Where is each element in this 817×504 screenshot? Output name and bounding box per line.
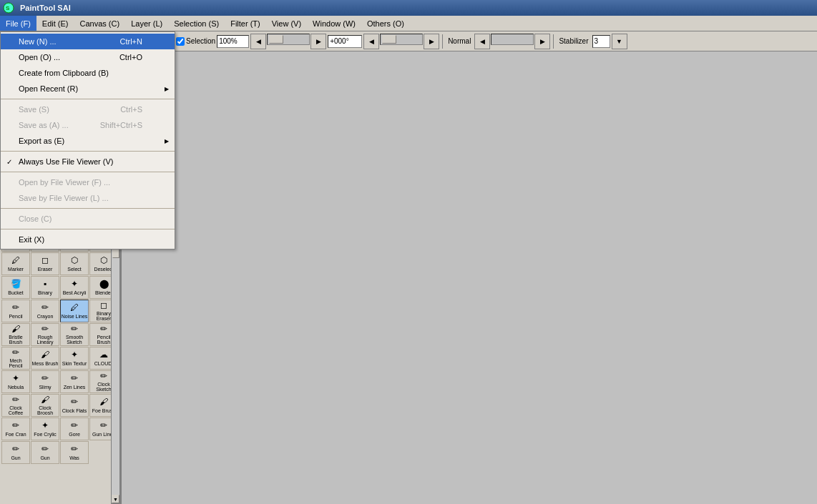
menu-layer[interactable]: Layer (L) (125, 16, 168, 31)
tool-item-clock-coffee[interactable]: ✏Clock Coffee (1, 394, 30, 417)
rot-slider-left[interactable]: ◀ (363, 34, 379, 49)
tool-item-skin-texture[interactable]: ✦Skin Textur (60, 347, 89, 370)
tool-item-was[interactable]: ✏Was (60, 441, 89, 464)
menu-view[interactable]: View (V) (266, 16, 307, 31)
zoom-input[interactable] (217, 35, 249, 48)
tool-item-rough-lineary[interactable]: ✏Rough Lineary (31, 323, 59, 346)
menu-others[interactable]: Others (O) (361, 16, 410, 31)
menu-filter[interactable]: Filter (T) (225, 16, 266, 31)
tool-item-best-acrylic[interactable]: ✦Best Acryli (60, 276, 89, 299)
tool-item-smooth-sketch[interactable]: ✏Smooth Sketch (60, 323, 89, 346)
tool-item-binary[interactable]: ▪Binary (31, 276, 59, 299)
always-use-check: ✓ (6, 158, 12, 166)
tool-icon-clock-broosh: 🖌 (41, 395, 49, 405)
stabilizer-dropdown[interactable]: ▼ (612, 34, 627, 49)
save-as-shortcut: Shift+Ctrl+S (100, 121, 157, 129)
selection-checkbox[interactable] (176, 37, 185, 46)
menu-window[interactable]: Window (W) (307, 16, 361, 31)
save-shortcut: Ctrl+S (120, 105, 157, 114)
tool-item-nebula[interactable]: ✦Nebula (1, 370, 30, 393)
stabilizer-input[interactable] (592, 35, 610, 48)
tool-item-binary-eraser[interactable]: ◻Binary Eraser (89, 300, 111, 322)
tool-label-blender: Blender (95, 290, 111, 295)
tool-icon-clock-sketch: ✏ (100, 372, 107, 381)
export-label: Export as (E) (19, 137, 64, 145)
tool-item-mech-pencil[interactable]: ✏Mech Pencil (1, 347, 30, 370)
menu-selection[interactable]: Selection (S) (168, 16, 225, 31)
menu-canvas[interactable]: Canvas (C) (74, 16, 126, 31)
menu-export[interactable]: Export as (E) (1, 133, 175, 149)
menu-file[interactable]: File (F) (0, 16, 36, 31)
tool-item-clock-flats[interactable]: ✏Clock Flats (60, 394, 89, 417)
tool-item-marker[interactable]: 🖊Marker (1, 252, 30, 275)
tool-item-clock-sketch[interactable]: ✏Clock Sketch (89, 370, 111, 393)
tool-item-gore[interactable]: ✏Gore (60, 417, 89, 440)
tool-item-zen-lines[interactable]: ✏Zen Lines (60, 370, 89, 393)
tool-label-skin-texture: Skin Textur (62, 361, 87, 366)
menu-save-as: Save as (A) ... Shift+Ctrl+S (1, 117, 175, 133)
rotation-input[interactable] (328, 35, 362, 48)
menu-edit[interactable]: Edit (E) (36, 16, 74, 31)
tool-item-clock-broosh[interactable]: 🖌Clock Broosh (31, 394, 59, 417)
tool-item-gun2[interactable]: ✏Gun (31, 441, 59, 464)
tool-icon-binary: ▪ (44, 280, 47, 289)
rot-slider-right[interactable]: ▶ (424, 34, 439, 49)
tool-label-eraser: Eraser (38, 267, 53, 272)
zoom-slider[interactable] (267, 34, 310, 45)
tool-item-gun[interactable]: ✏Gun (1, 441, 30, 464)
tool-scrollbar[interactable]: ▲ ▼ (111, 227, 120, 504)
open-fv-label: Open by File Viewer (F) ... (19, 178, 110, 187)
menu-new[interactable]: New (N) ... Ctrl+N (1, 34, 175, 49)
canvas-area[interactable] (122, 51, 817, 504)
tool-item-pencil-brush[interactable]: ✏Pencil Brush (89, 323, 111, 346)
tool-icon-pencil: ✏ (12, 303, 19, 312)
tool-item-bucket[interactable]: 🪣Bucket (1, 276, 30, 299)
tool-item-crayon[interactable]: ✏Crayon (31, 300, 59, 322)
mode-slider-left[interactable]: ◀ (474, 34, 490, 49)
file-dropdown: New (N) ... Ctrl+N Open (O) ... Ctrl+O C… (0, 31, 175, 249)
toolbar-sep6 (553, 34, 554, 49)
scroll-down-btn[interactable]: ▼ (112, 495, 119, 503)
zoom-slider-left[interactable]: ◀ (250, 34, 266, 49)
menu-exit[interactable]: Exit (X) (1, 232, 175, 247)
tool-icon-mess-brush: 🖌 (41, 350, 49, 360)
tool-item-gun-lines[interactable]: ✏Gun Lines (89, 417, 111, 440)
menu-open[interactable]: Open (O) ... Ctrl+O (1, 49, 175, 65)
menu-create-clipboard[interactable]: Create from Clipboard (B) (1, 65, 175, 81)
open-label: Open (O) ... (19, 53, 60, 61)
tool-item-noise-lines[interactable]: 🖊Noise Lines (60, 300, 89, 322)
tool-item-foe-cran[interactable]: ✏Foe Cran (1, 417, 30, 440)
rot-slider[interactable] (380, 34, 423, 45)
tool-grid-container: ✒Pen✦AirBrush🖌Brush💧Water🖊Marker◻Eraser⬡… (0, 227, 111, 504)
tool-item-eraser[interactable]: ◻Eraser (31, 252, 59, 275)
save-as-label: Save as (A) ... (19, 121, 69, 129)
tool-item-pencil[interactable]: ✏Pencil (1, 300, 30, 322)
tool-icon-clock-flats: ✏ (71, 397, 78, 407)
sep5 (1, 229, 175, 229)
zoom-slider-right[interactable]: ▶ (310, 34, 326, 49)
menu-always-use[interactable]: ✓ Always Use File Viewer (V) (1, 154, 175, 169)
exit-label: Exit (X) (19, 235, 44, 244)
tool-icon-foe-crylic: ✦ (41, 421, 49, 430)
tool-item-mess-brush[interactable]: 🖌Mess Brush (31, 347, 59, 370)
open-shortcut: Ctrl+O (119, 53, 157, 61)
tool-item-foe-crylic[interactable]: ✦Foe Crylic (31, 417, 59, 440)
mode-slider[interactable] (491, 34, 534, 45)
tool-icon-noise-lines: 🖊 (70, 303, 79, 312)
tool-item-foe-brush[interactable]: 🖌Foe Brush (89, 394, 111, 417)
tool-item-select[interactable]: ⬡Select (60, 252, 89, 275)
tool-item-deselect[interactable]: ⬡Deselect (89, 252, 111, 275)
tool-item-bristle-brush[interactable]: 🖌Bristle Brush (1, 323, 30, 346)
tool-item-cloud[interactable]: ☁CLOUD! (89, 347, 111, 370)
selection-label: Selection (186, 37, 215, 45)
sep1 (1, 99, 175, 99)
tool-item-slimy[interactable]: ✏Slimy (31, 370, 59, 393)
new-shortcut: Ctrl+N (120, 37, 157, 46)
tool-item-blender[interactable]: ⬤Blender (89, 276, 111, 299)
tool-icon-was: ✏ (71, 445, 78, 454)
menu-open-recent[interactable]: Open Recent (R) (1, 81, 175, 97)
tool-icon-skin-texture: ✦ (71, 350, 78, 360)
mode-slider-right[interactable]: ▶ (534, 34, 550, 49)
tool-icon-deselect: ⬡ (100, 256, 107, 265)
tool-label-best-acrylic: Best Acryli (63, 290, 87, 295)
